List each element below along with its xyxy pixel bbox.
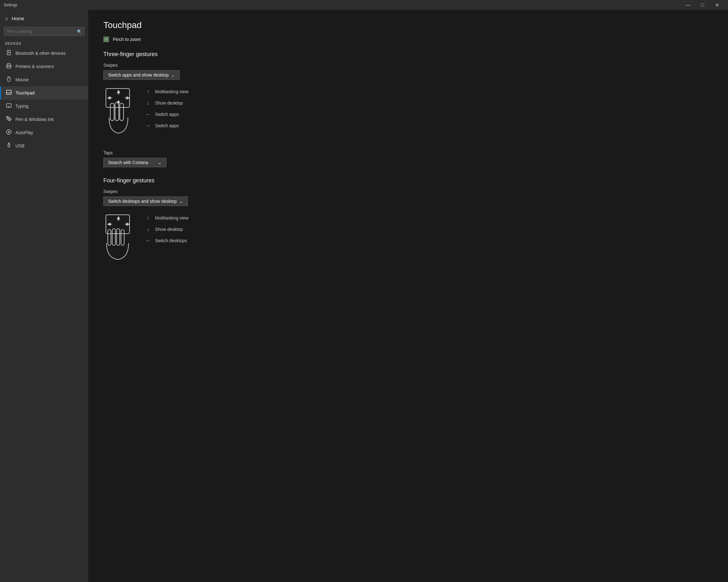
three-finger-title: Three-finger gestures <box>103 51 713 58</box>
close-button[interactable]: ✕ <box>710 0 724 10</box>
four-swipes-dropdown[interactable]: Switch desktops and show desktop ⌄ <box>103 196 188 206</box>
four-finger-section: Four-finger gestures Swipes Switch deskt… <box>103 177 713 269</box>
direction-label: Multitasking view <box>155 215 188 220</box>
mouse-label: Mouse <box>16 77 29 82</box>
sidebar-item-typing[interactable]: Typing <box>0 100 88 113</box>
arrow-down-icon: ↓ <box>145 100 151 106</box>
search-input[interactable] <box>4 27 84 36</box>
taps-value: Search with Cortana <box>108 160 148 165</box>
svg-rect-30 <box>120 103 124 121</box>
svg-marker-37 <box>117 217 120 219</box>
three-swipes-label: Swipes <box>103 63 713 68</box>
sidebar-item-pen[interactable]: Pen & Windows Ink <box>0 113 88 126</box>
three-finger-directions: ↑ Multitasking view ↓ Show desktop ← Swi… <box>145 86 188 129</box>
main-content: Touchpad ✓ Pinch to zoom Three-finger ge… <box>88 10 728 582</box>
direction-label: Switch apps <box>155 123 179 128</box>
svg-rect-41 <box>121 229 124 245</box>
direction-item: ↑ Multitasking view <box>145 215 188 221</box>
chevron-down-icon-taps: ⌄ <box>158 160 162 165</box>
arrow-left-icon: ← <box>145 111 151 117</box>
chevron-down-icon: ⌄ <box>171 73 175 78</box>
minimize-button[interactable]: — <box>681 0 695 10</box>
sidebar-item-home[interactable]: ⌂ Home <box>0 12 88 24</box>
pen-icon <box>6 116 12 123</box>
four-swipes-label: Swipes <box>103 189 713 194</box>
taps-section: Taps Search with Cortana ⌄ <box>103 150 713 167</box>
svg-rect-3 <box>7 66 10 68</box>
direction-label: Switch apps <box>155 112 179 117</box>
pinch-zoom-row: ✓ Pinch to zoom <box>103 36 713 42</box>
sidebar-item-usb[interactable]: USB <box>0 139 88 153</box>
direction-label: Show desktop <box>155 101 183 106</box>
typing-label: Typing <box>16 104 28 109</box>
arrow-up-icon: ↑ <box>145 215 151 221</box>
home-label: Home <box>12 16 24 21</box>
usb-icon <box>6 142 12 149</box>
checkmark-icon: ✓ <box>105 37 108 41</box>
sidebar-item-bluetooth[interactable]: Bluetooth & other devices <box>0 47 88 60</box>
autoplay-icon <box>6 129 12 136</box>
autoplay-label: AutoPlay <box>16 130 33 135</box>
settings-window: Settings — □ ✕ ⌂ Home 🔍 Devices <box>0 0 728 582</box>
bluetooth-label: Bluetooth & other devices <box>16 51 66 56</box>
svg-point-16 <box>8 118 9 119</box>
svg-marker-25 <box>108 97 110 99</box>
svg-rect-39 <box>112 229 115 245</box>
search-icon: 🔍 <box>77 29 82 34</box>
sidebar: ⌂ Home 🔍 Devices Bluetooth & other devic… <box>0 10 88 582</box>
svg-marker-18 <box>8 131 10 133</box>
content-area: ⌂ Home 🔍 Devices Bluetooth & other devic… <box>0 10 728 582</box>
direction-item: → Switch apps <box>145 122 188 129</box>
direction-item: ↓ Show desktop <box>145 100 188 106</box>
sidebar-item-mouse[interactable]: Mouse <box>0 73 88 86</box>
arrow-left-icon: ← <box>145 238 151 244</box>
three-swipes-value: Switch apps and show desktop <box>108 73 168 78</box>
usb-label: USB <box>16 143 25 148</box>
arrow-up-icon: ↑ <box>145 88 151 95</box>
pen-label: Pen & Windows Ink <box>16 117 54 122</box>
direction-label: Show desktop <box>155 227 183 232</box>
typing-icon <box>6 103 12 110</box>
sidebar-section-label: Devices <box>0 40 88 47</box>
maximize-button[interactable]: □ <box>695 0 710 10</box>
three-finger-gesture-area: ↑ Multitasking view ↓ Show desktop ← Swi… <box>103 86 713 143</box>
chevron-down-icon-four: ⌄ <box>179 199 183 204</box>
svg-rect-40 <box>116 229 120 245</box>
page-title: Touchpad <box>103 20 713 30</box>
four-finger-title: Four-finger gestures <box>103 177 713 184</box>
title-bar: Settings — □ ✕ <box>0 0 728 10</box>
window-title: Settings <box>4 3 17 7</box>
direction-item: ↑ Multitasking view <box>145 88 188 95</box>
sidebar-item-printers[interactable]: Printers & scanners <box>0 60 88 73</box>
four-finger-gesture-area: ↑ Multitasking view ↓ Show desktop ← Swi… <box>103 212 713 269</box>
arrow-right-icon: → <box>145 122 151 129</box>
svg-marker-35 <box>127 223 129 225</box>
sidebar-item-touchpad[interactable]: Touchpad <box>0 86 88 100</box>
svg-marker-21 <box>117 90 120 93</box>
svg-point-17 <box>7 130 11 135</box>
svg-marker-33 <box>108 223 110 225</box>
svg-marker-27 <box>127 97 129 99</box>
three-finger-section: Three-finger gestures Swipes Switch apps… <box>103 51 713 167</box>
svg-rect-6 <box>7 90 11 94</box>
arrow-down-icon: ↓ <box>145 226 151 232</box>
svg-rect-28 <box>110 103 114 121</box>
sidebar-item-autoplay[interactable]: AutoPlay <box>0 126 88 139</box>
four-finger-illustration <box>103 212 135 269</box>
home-icon: ⌂ <box>5 16 8 21</box>
svg-rect-29 <box>115 102 119 121</box>
mouse-icon <box>6 76 12 83</box>
pinch-zoom-checkbox[interactable]: ✓ <box>103 36 109 42</box>
bluetooth-icon <box>6 50 12 57</box>
three-finger-illustration <box>103 86 135 143</box>
direction-item: ↓ Show desktop <box>145 226 188 232</box>
pinch-zoom-label: Pinch to zoom <box>113 37 141 42</box>
svg-rect-38 <box>108 229 111 245</box>
touchpad-label: Touchpad <box>16 90 35 95</box>
taps-dropdown[interactable]: Search with Cortana ⌄ <box>103 158 166 167</box>
direction-label: Multitasking view <box>155 89 188 94</box>
three-swipes-dropdown[interactable]: Switch apps and show desktop ⌄ <box>103 70 180 80</box>
direction-item: ← Switch desktops <box>145 238 188 244</box>
direction-item: ← Switch apps <box>145 111 188 117</box>
taps-label: Taps <box>103 150 713 155</box>
